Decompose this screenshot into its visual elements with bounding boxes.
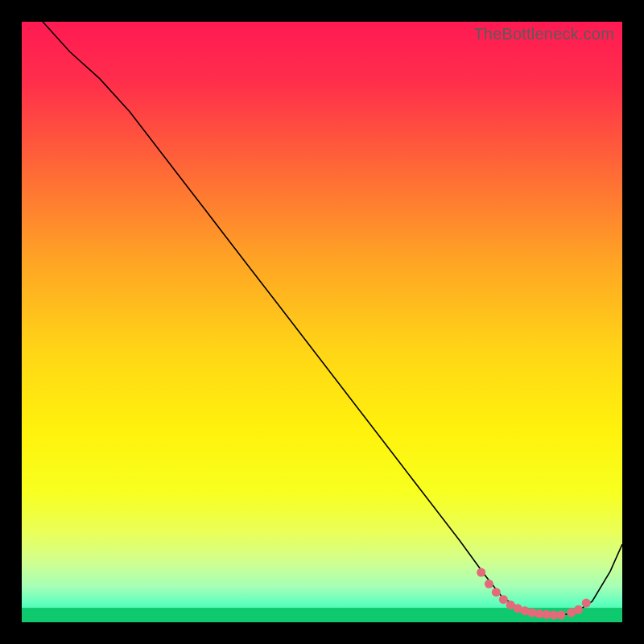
plot-area: TheBottleneck.com <box>22 22 622 622</box>
background-gradient <box>22 22 622 622</box>
green-baseline-bar <box>22 608 622 622</box>
watermark-text: TheBottleneck.com <box>473 25 614 43</box>
chart-canvas: TheBottleneck.com <box>0 0 644 644</box>
svg-rect-0 <box>22 22 622 622</box>
